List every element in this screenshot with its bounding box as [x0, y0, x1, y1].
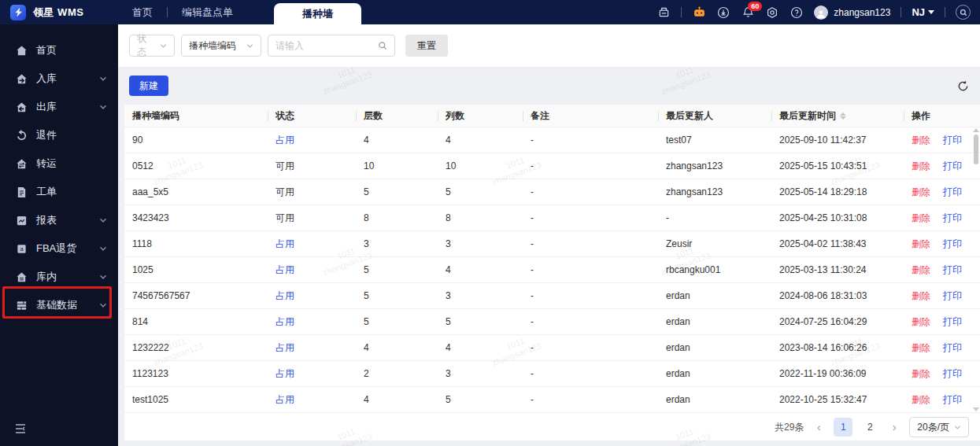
download-icon[interactable] — [716, 6, 730, 20]
refresh-icon[interactable] — [957, 80, 969, 92]
collapse-sidebar-icon[interactable] — [14, 423, 27, 437]
sidebar-item-reports[interactable]: 报表 — [0, 206, 118, 234]
next-page-button[interactable]: › — [887, 420, 901, 434]
sidebar-item-base-data[interactable]: 基础数据 — [0, 291, 118, 319]
scroll-up-arrow[interactable] — [973, 128, 979, 132]
prev-page-button[interactable]: ‹ — [812, 420, 826, 434]
delete-link[interactable]: 删除 — [912, 186, 930, 197]
table-scrollbar[interactable] — [972, 128, 979, 411]
delete-link[interactable]: 删除 — [912, 212, 930, 223]
scrollbar-thumb[interactable] — [974, 135, 978, 164]
username-label[interactable]: zhangsan123 — [834, 7, 890, 18]
cell-remark: - — [523, 238, 658, 249]
sidebar-menu: 首页入库出库退件转运工单报表aFBA退货库内基础数据 — [0, 24, 118, 319]
print-link[interactable]: 打印 — [943, 238, 962, 249]
delete-link[interactable]: 删除 — [912, 316, 930, 327]
tab-seeding-wall[interactable]: 播种墙 — [274, 3, 361, 24]
sidebar-item-label: 转运 — [36, 157, 57, 171]
sidebar-item-fba-returns[interactable]: aFBA退货 — [0, 234, 118, 263]
create-button[interactable]: 新建 — [129, 76, 168, 96]
column-header-6[interactable]: 最后更新时间 — [771, 105, 904, 127]
print-link[interactable]: 打印 — [943, 160, 962, 171]
print-icon[interactable] — [656, 6, 671, 20]
sidebar-item-outbound[interactable]: 出库 — [0, 93, 118, 121]
column-header-2: 层数 — [356, 105, 438, 127]
sidebar-item-label: FBA退货 — [36, 241, 76, 256]
global-search-icon[interactable] — [956, 5, 971, 20]
cell-code: aaa_5x5 — [124, 186, 268, 197]
cell-updater: erdan — [658, 368, 771, 379]
print-link[interactable]: 打印 — [943, 135, 962, 146]
print-link[interactable]: 打印 — [943, 342, 962, 353]
cell-status: 占用 — [268, 264, 356, 277]
cell-status: 占用 — [268, 134, 356, 147]
delete-link[interactable]: 删除 — [912, 368, 930, 379]
sort-icon[interactable] — [840, 112, 846, 120]
work-order-icon — [16, 186, 28, 198]
scroll-down-arrow[interactable] — [973, 407, 979, 411]
print-link[interactable]: 打印 — [943, 368, 962, 379]
sidebar-item-transfer[interactable]: 转运 — [0, 149, 118, 178]
cell-remark: - — [523, 368, 658, 379]
status-select[interactable]: 状态 — [129, 35, 175, 57]
cell-columns: 3 — [438, 368, 523, 379]
sidebar-item-label: 基础数据 — [36, 298, 77, 312]
warehouse-region-selector[interactable]: NJ — [912, 6, 934, 18]
sidebar-item-returns[interactable]: 退件 — [0, 121, 118, 149]
cell-updated-at: 2023-08-14 16:06:26 — [771, 342, 904, 353]
cell-actions: 删除打印 — [904, 393, 980, 407]
tab-home[interactable]: 首页 — [118, 0, 167, 24]
tab-edit-count-sheet[interactable]: 编辑盘点单 — [168, 0, 247, 24]
sidebar-item-work-order[interactable]: 工单 — [0, 178, 118, 206]
filter-bar: 状态 播种墙编码 请输入 重置 — [118, 24, 980, 67]
robot-assistant-icon[interactable] — [692, 6, 706, 20]
returns-icon — [16, 129, 28, 142]
sidebar-item-label: 报表 — [36, 213, 57, 227]
cell-layers: 4 — [356, 394, 438, 405]
sidebar-item-label: 退件 — [36, 128, 57, 142]
table-row: 3423423可用88--2025-04-25 10:31:08删除打印 — [124, 205, 980, 231]
delete-link[interactable]: 删除 — [912, 135, 930, 146]
search-input[interactable]: 请输入 — [268, 35, 395, 57]
cell-layers: 3 — [356, 238, 438, 249]
reset-button[interactable]: 重置 — [405, 35, 448, 57]
cell-updated-at: 2022-10-25 15:32:47 — [771, 394, 904, 405]
column-header-5: 最后更新人 — [658, 105, 771, 127]
sidebar-item-home[interactable]: 首页 — [0, 36, 118, 65]
cell-updated-at: 2022-11-19 00:36:09 — [771, 368, 904, 379]
print-link[interactable]: 打印 — [943, 186, 962, 197]
page-button-1[interactable]: 1 — [834, 418, 852, 437]
print-link[interactable]: 打印 — [943, 264, 962, 275]
delete-link[interactable]: 删除 — [912, 394, 930, 405]
avatar[interactable] — [814, 6, 828, 20]
chevron-down-icon — [99, 103, 107, 111]
table-header: 播种墙编码状态层数列数备注最后更新人最后更新时间操作 — [124, 105, 980, 127]
search-field-select[interactable]: 播种墙编码 — [181, 35, 261, 57]
pagination-total: 共29条 — [775, 421, 804, 434]
cell-code: 3423423 — [124, 212, 268, 223]
search-icon — [378, 41, 387, 50]
chevron-down-icon — [99, 273, 107, 281]
cell-code: 814 — [124, 316, 268, 327]
sidebar-item-inbound[interactable]: 入库 — [0, 65, 118, 93]
cell-updater: zhangsan123 — [658, 160, 771, 171]
cell-layers: 5 — [356, 186, 438, 197]
print-link[interactable]: 打印 — [943, 212, 962, 223]
delete-link[interactable]: 删除 — [912, 238, 930, 249]
page-button-2[interactable]: 2 — [860, 418, 879, 437]
delete-link[interactable]: 删除 — [912, 160, 930, 171]
help-icon[interactable] — [790, 6, 804, 20]
cell-remark: - — [523, 160, 658, 171]
app-title: 领星 WMS — [33, 6, 83, 20]
cell-columns: 8 — [438, 212, 523, 223]
print-link[interactable]: 打印 — [943, 394, 962, 405]
delete-link[interactable]: 删除 — [912, 290, 930, 301]
settings-icon[interactable] — [765, 6, 779, 20]
print-link[interactable]: 打印 — [943, 290, 962, 301]
sidebar-item-in-warehouse[interactable]: 库内 — [0, 263, 118, 291]
delete-link[interactable]: 删除 — [912, 264, 930, 275]
print-link[interactable]: 打印 — [943, 316, 962, 327]
delete-link[interactable]: 删除 — [912, 342, 930, 353]
page-size-select[interactable]: 20条/页 — [909, 417, 969, 437]
notification-bell-icon[interactable]: 60 — [741, 6, 755, 20]
